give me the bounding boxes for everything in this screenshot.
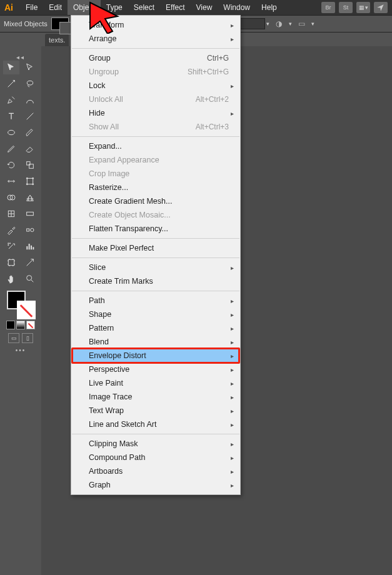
menu-item-image-trace[interactable]: Image Trace▸ (71, 390, 240, 404)
menu-effect[interactable]: Effect (160, 0, 190, 15)
document-tab[interactable]: texts. (45, 34, 69, 46)
menu-item-label: Create Gradient Mesh... (89, 197, 229, 206)
tool-selection[interactable] (3, 61, 19, 74)
menu-item-expand[interactable]: Expand... (71, 139, 240, 153)
tool-curvature[interactable] (22, 93, 38, 107)
menu-item-label: Slice (89, 263, 229, 272)
screen-mode-normal-icon[interactable]: ▭ (8, 333, 19, 343)
menu-item-shape[interactable]: Shape▸ (71, 308, 240, 321)
none-mode-icon[interactable] (26, 321, 35, 329)
menu-item-label: Make Pixel Perfect (89, 244, 229, 252)
tool-pencil[interactable] (3, 142, 19, 156)
tool-lasso[interactable] (22, 77, 38, 91)
menu-item-graph[interactable]: Graph▸ (71, 478, 240, 492)
menu-select[interactable]: Select (128, 0, 160, 15)
menu-item-arrange[interactable]: Arrange▸ (71, 32, 240, 46)
search-icon[interactable] (374, 2, 388, 13)
panel-collapse-icon[interactable]: ◂◂ (13, 54, 28, 61)
svg-point-15 (8, 244, 9, 245)
tool-shape-builder[interactable] (3, 191, 19, 204)
bridge-icon[interactable]: Br (321, 2, 335, 13)
tool-free-transform[interactable] (22, 174, 38, 188)
menu-item-label: Clipping Mask (89, 439, 229, 448)
menu-item-text-wrap[interactable]: Text Wrap▸ (71, 404, 240, 418)
tool-hand[interactable] (3, 272, 19, 286)
tool-gradient[interactable] (22, 207, 38, 221)
gradient-mode-icon[interactable] (16, 321, 25, 329)
menu-item-blend[interactable]: Blend▸ (71, 335, 240, 349)
submenu-caret-icon: ▸ (231, 380, 234, 387)
menubar: Ai FileEditObjectTypeSelectEffectViewWin… (0, 0, 392, 15)
menu-item-compound-path[interactable]: Compound Path▸ (71, 451, 240, 464)
menu-item-make-pixel-perfect[interactable]: Make Pixel Perfect (71, 241, 240, 255)
menu-window[interactable]: Window (218, 0, 256, 15)
color-mode-icon[interactable] (6, 321, 15, 329)
menu-item-hide[interactable]: Hide▸ (71, 106, 240, 120)
stock-icon[interactable]: St (339, 2, 353, 13)
tool-width[interactable] (3, 174, 19, 188)
tool-column-graph[interactable] (22, 239, 38, 253)
menu-item-create-gradient-mesh[interactable]: Create Gradient Mesh... (71, 194, 240, 208)
menu-item-group[interactable]: GroupCtrl+G (71, 51, 240, 65)
menu-item-slice[interactable]: Slice▸ (71, 261, 240, 274)
tool-line[interactable] (22, 109, 38, 123)
menu-item-label: Perspective (89, 365, 229, 374)
menu-edit[interactable]: Edit (43, 0, 68, 15)
menu-item-label: Hide (89, 109, 229, 118)
menu-item-live-paint[interactable]: Live Paint▸ (71, 376, 240, 390)
menu-item-label: Line and Sketch Art (89, 420, 229, 429)
menu-item-rasterize[interactable]: Rasterize... (71, 181, 240, 194)
tool-scale[interactable] (22, 158, 38, 172)
tool-zoom[interactable] (22, 272, 38, 286)
tool-magic-wand[interactable] (3, 77, 19, 91)
isolate-icon[interactable]: ▭ (294, 18, 308, 29)
svg-rect-12 (27, 212, 34, 215)
menu-view[interactable]: View (191, 0, 218, 15)
menu-item-clipping-mask[interactable]: Clipping Mask▸ (71, 437, 240, 451)
menu-item-flatten-transparency[interactable]: Flatten Transparency... (71, 222, 240, 236)
svg-point-14 (31, 228, 34, 231)
menu-item-envelope-distort[interactable]: Envelope Distort▸ (71, 349, 240, 362)
tool-slice[interactable] (22, 256, 38, 269)
tool-mesh[interactable] (3, 207, 19, 221)
menu-item-label: Blend (89, 338, 229, 346)
tool-rotate[interactable] (3, 158, 19, 172)
tool-blend[interactable] (22, 223, 38, 237)
menu-item-pattern[interactable]: Pattern▸ (71, 321, 240, 335)
screen-mode-full-icon[interactable]: ▯ (22, 333, 33, 343)
tool-ellipse[interactable] (3, 126, 19, 139)
selection-type-label: Mixed Objects (4, 20, 48, 28)
menu-item-label: Crop Image (89, 169, 229, 178)
tool-artboard[interactable] (3, 256, 19, 269)
opacity-dropdown-icon[interactable]: ▾ (266, 21, 269, 27)
fill-stroke-swatch[interactable] (51, 18, 69, 30)
menu-help[interactable]: Help (256, 0, 283, 15)
tool-eyedropper[interactable] (3, 223, 19, 237)
edit-toolbar-icon[interactable]: ••• (13, 347, 28, 354)
tool-eraser[interactable] (22, 142, 38, 156)
tool-paintbrush[interactable] (22, 126, 38, 139)
menu-file[interactable]: File (20, 0, 43, 15)
menu-separator (72, 136, 239, 137)
submenu-caret-icon: ▸ (231, 482, 234, 489)
menu-item-label: Image Trace (89, 392, 229, 401)
menu-item-ungroup: UngroupShift+Ctrl+G (71, 65, 240, 79)
tool-perspective-grid[interactable] (22, 191, 38, 204)
fill-stroke-indicator[interactable] (7, 291, 34, 318)
menu-item-lock[interactable]: Lock▸ (71, 79, 240, 92)
menu-item-path[interactable]: Path▸ (71, 294, 240, 308)
tool-direct-selection[interactable] (22, 61, 38, 74)
menu-item-line-and-sketch-art[interactable]: Line and Sketch Art▸ (71, 418, 240, 431)
tool-pen[interactable] (3, 93, 19, 107)
style-icon[interactable]: ◑ (272, 18, 286, 29)
menu-item-perspective[interactable]: Perspective▸ (71, 362, 240, 376)
workspace-switcher-icon[interactable]: ▦▾ (356, 2, 370, 13)
menu-item-create-trim-marks[interactable]: Create Trim Marks (71, 274, 240, 288)
tool-type[interactable] (3, 109, 19, 123)
menu-item-shortcut: Alt+Ctrl+2 (196, 95, 229, 104)
submenu-caret-icon: ▸ (231, 441, 234, 448)
menu-item-label: Compound Path (89, 453, 229, 462)
tool-symbol-sprayer[interactable] (3, 239, 19, 253)
menu-item-artboards[interactable]: Artboards▸ (71, 464, 240, 478)
svg-point-19 (27, 276, 32, 281)
